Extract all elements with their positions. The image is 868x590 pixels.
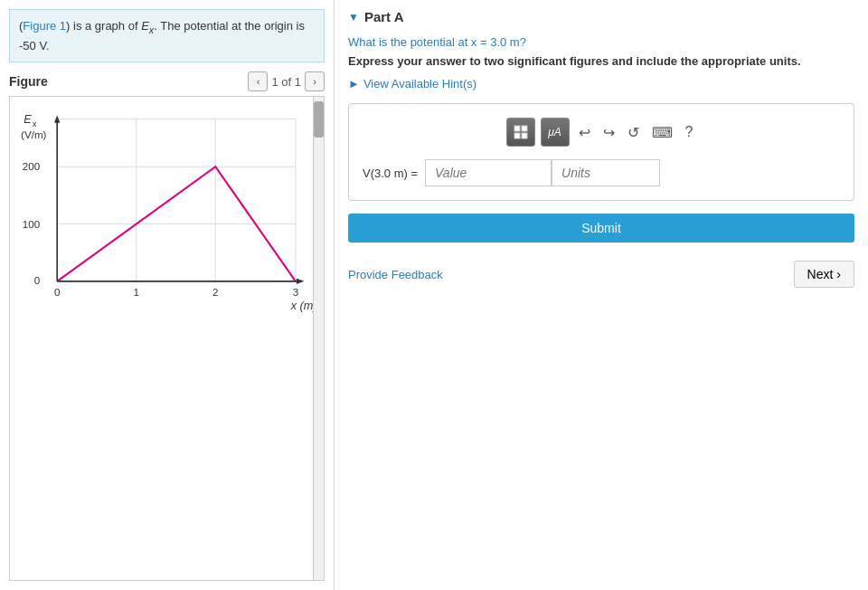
- collapse-icon[interactable]: ▼: [348, 11, 359, 24]
- svg-text:200: 200: [23, 161, 40, 173]
- input-row: V(3.0 m) =: [363, 159, 840, 186]
- question-text: What is the potential at x = 3.0 m?: [348, 35, 854, 49]
- undo-button[interactable]: ↩: [575, 122, 594, 143]
- instruction-text: Express your answer to two significant f…: [348, 54, 854, 68]
- figure-nav-label: 1 of 1: [271, 75, 301, 89]
- part-label: Part A: [364, 9, 404, 24]
- answer-box: μA ↩ ↪ ↺ ⌨ ? V(3.0 m) =: [348, 103, 854, 201]
- redo-button[interactable]: ↪: [599, 122, 618, 143]
- scrollbar-thumb[interactable]: [314, 101, 324, 138]
- grid-button[interactable]: [506, 118, 535, 147]
- info-text: (Figure 1) is a graph of Ex. The potenti…: [19, 19, 305, 52]
- refresh-button[interactable]: ↺: [624, 122, 643, 143]
- svg-rect-26: [522, 133, 527, 138]
- help-button[interactable]: ?: [682, 122, 697, 142]
- svg-text:E: E: [24, 113, 32, 126]
- mu-button[interactable]: μA: [541, 118, 570, 147]
- figure-next-button[interactable]: ›: [305, 71, 325, 91]
- svg-text:100: 100: [23, 218, 40, 230]
- svg-text:0: 0: [54, 286, 60, 298]
- value-input[interactable]: [425, 159, 552, 186]
- svg-text:x (m): x (m): [290, 300, 315, 313]
- svg-text:0: 0: [34, 274, 40, 286]
- toolbar: μA ↩ ↪ ↺ ⌨ ?: [363, 118, 840, 147]
- svg-text:x: x: [33, 119, 37, 128]
- next-button[interactable]: Next ›: [794, 261, 854, 288]
- svg-rect-24: [522, 126, 527, 131]
- hint-arrow-icon: ►: [348, 77, 360, 90]
- svg-marker-22: [297, 279, 304, 284]
- figure-header: Figure ‹ 1 of 1 ›: [9, 71, 325, 91]
- right-panel: ▼ Part A What is the potential at x = 3.…: [335, 0, 868, 590]
- graph-svg: E x (V/m) 200 100 0 0 1 2 3 x (m): [19, 106, 315, 323]
- figure-nav: ‹ 1 of 1 ›: [248, 71, 325, 91]
- units-input[interactable]: [552, 159, 660, 186]
- figure-container: E x (V/m) 200 100 0 0 1 2 3 x (m): [9, 96, 325, 581]
- input-label: V(3.0 m) =: [363, 167, 418, 180]
- part-header: ▼ Part A: [348, 9, 854, 24]
- grid-icon: [514, 125, 528, 139]
- hint-label: View Available Hint(s): [363, 77, 476, 90]
- next-label: Next: [807, 267, 834, 281]
- svg-text:(V/m): (V/m): [21, 128, 46, 140]
- svg-text:3: 3: [293, 286, 298, 298]
- keyboard-button[interactable]: ⌨: [648, 122, 676, 143]
- provide-feedback-link[interactable]: Provide Feedback: [348, 268, 443, 281]
- figure-link[interactable]: Figure 1: [23, 19, 66, 33]
- svg-rect-25: [514, 133, 520, 138]
- svg-rect-23: [514, 126, 520, 131]
- figure-title: Figure: [9, 74, 48, 89]
- submit-button[interactable]: Submit: [348, 214, 854, 243]
- graph-area: E x (V/m) 200 100 0 0 1 2 3 x (m): [10, 97, 324, 332]
- svg-text:1: 1: [134, 286, 139, 298]
- next-arrow-icon: ›: [836, 267, 841, 281]
- figure-prev-button[interactable]: ‹: [248, 71, 268, 91]
- left-panel: (Figure 1) is a graph of Ex. The potenti…: [0, 0, 335, 590]
- info-box: (Figure 1) is a graph of Ex. The potenti…: [9, 9, 325, 62]
- scrollbar[interactable]: [313, 97, 324, 580]
- bottom-row: Provide Feedback Next ›: [348, 261, 854, 288]
- svg-text:2: 2: [212, 286, 218, 298]
- hint-link[interactable]: ► View Available Hint(s): [348, 77, 854, 90]
